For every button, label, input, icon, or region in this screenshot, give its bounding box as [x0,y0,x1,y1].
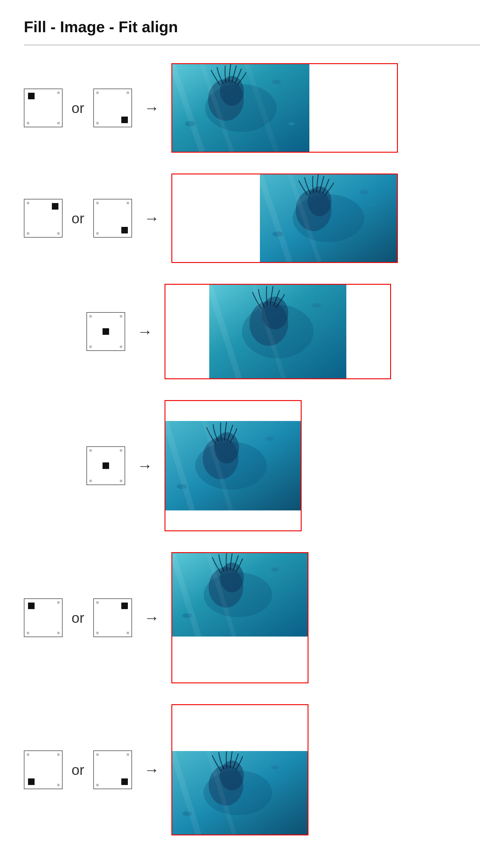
corner-dot-br [57,232,60,235]
align-box-br3 [93,750,132,789]
white-space-3a [165,285,209,378]
svg-point-15 [369,202,377,206]
or-label-5: or [72,610,84,626]
corner-dot-tl [89,315,92,318]
image-scene-5 [172,553,308,636]
result-box-1 [171,63,398,153]
arrow-2: → [144,209,159,227]
corner-dot-tr [57,92,60,94]
svg-point-21 [312,303,321,308]
image-scene-2 [260,174,397,262]
corner-dot-tl [89,449,92,452]
align-box-br2 [93,199,132,238]
white-space-1 [309,64,397,152]
align-box-cc [86,312,125,351]
main-dot-tr2 [121,602,128,609]
corner-dot-tr [57,753,60,756]
arrow-1: → [144,99,159,117]
corner-dot-tl [27,202,29,204]
image-scene-1 [172,64,309,152]
result-box-2 [171,173,398,263]
corner-dot-tl [27,753,29,756]
corner-dot-br [120,345,122,348]
result-box-3 [164,284,391,379]
svg-point-22 [325,316,332,319]
or-label-2: or [72,210,84,227]
svg-point-28 [276,449,282,452]
result-box-5 [171,552,309,683]
main-dot-bl [28,779,34,785]
svg-point-33 [220,563,244,592]
svg-point-42 [281,778,287,781]
white-space-3b [346,285,390,378]
white-space-6 [172,705,308,751]
corner-dot-tr [120,449,122,452]
corner-dot-br [120,480,122,482]
align-box-bl [24,750,63,789]
corner-dot-bl [89,345,92,348]
corner-dot-br [57,632,60,634]
corner-dot-tr [127,202,129,204]
main-dot-tl2 [28,602,34,609]
svg-point-5 [282,92,289,96]
row-1: or → [24,63,480,153]
row-4: → [24,400,480,531]
svg-point-40 [220,761,244,790]
main-dot-cc2 [103,462,109,469]
or-label-6: or [72,762,84,778]
align-box-br [93,88,132,127]
arrow-6: → [144,761,159,779]
align-box-cc2 [86,446,125,485]
align-box-tl [24,88,63,127]
corner-dot-tl [96,202,99,204]
arrow-5: → [144,609,159,627]
corner-dot-bl [96,632,99,634]
main-dot-tr [52,203,58,210]
corner-dot-bl [27,232,29,235]
corner-dot-bl [96,122,99,124]
main-dot-tl [28,93,34,99]
corner-dot-tl [96,92,99,94]
page-title: Fill - Image - Fit align [24,18,480,36]
svg-point-27 [266,437,274,441]
corner-dot-tr [127,753,129,756]
row-2: or → [24,173,480,263]
corner-dot-bl [96,784,99,786]
corner-dot-br [57,784,60,786]
corner-dot-br [127,632,129,634]
svg-point-4 [272,79,281,84]
align-box-tr2 [93,598,132,637]
row-6: or → [24,704,480,835]
corner-dot-tr [57,601,60,604]
or-label-1: or [72,100,84,116]
corner-dot-bl [27,122,29,124]
main-dot-br2 [121,227,128,234]
row-5: or → [24,552,480,683]
svg-point-14 [360,190,369,195]
corner-dot-tl [96,753,99,756]
svg-point-41 [271,765,279,770]
result-box-6 [171,704,309,835]
svg-point-7 [289,122,294,125]
svg-point-35 [281,580,287,583]
white-space-5 [172,636,308,683]
align-box-tl2 [24,598,63,637]
arrow-3: → [137,323,153,341]
corner-dot-br [57,122,60,124]
corner-dot-tl [96,601,99,604]
corner-dot-bl [96,232,99,235]
main-dot-br [121,117,128,123]
arrow-4: → [137,457,153,475]
image-scene-4 [165,421,301,511]
image-scene-6 [172,751,308,835]
svg-point-34 [271,567,279,571]
image-scene-3 [209,285,346,378]
corner-dot-bl [27,632,29,634]
row-3: → [24,284,480,379]
result-box-4 [164,400,302,531]
divider [24,45,480,45]
corner-dot-tr [127,92,129,94]
corner-dot-tr [120,315,122,318]
white-space-2 [172,174,260,262]
align-box-tr [24,199,63,238]
